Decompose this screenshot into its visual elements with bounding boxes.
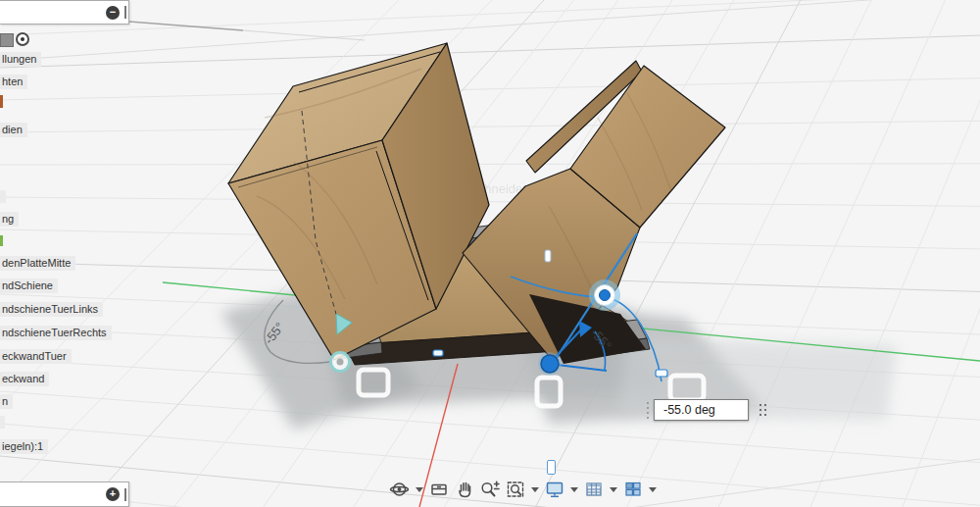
dropdown-caret[interactable] [610, 487, 617, 492]
display-settings-icon[interactable] [543, 479, 566, 500]
look-at-icon[interactable] [427, 479, 451, 500]
dropdown-caret[interactable] [531, 487, 539, 492]
navbar-grip[interactable] [547, 460, 556, 475]
dropdown-caret[interactable] [416, 487, 423, 492]
browser-item-origin[interactable]: ng [0, 212, 19, 227]
orbit-icon[interactable] [388, 479, 412, 500]
fusion-canvas: (ausschneiden) [0, 0, 980, 507]
browser-item-wandschiene[interactable]: ndSchiene [0, 279, 58, 293]
viewports-icon[interactable] [621, 479, 645, 500]
drag-handle-edge[interactable] [545, 250, 551, 262]
zoom-icon[interactable] [478, 479, 502, 500]
browser-panel-top-bar[interactable]: − [0, 0, 129, 25]
swatch-icon[interactable] [0, 33, 14, 47]
angle-value-input[interactable] [654, 399, 749, 421]
dropdown-caret[interactable] [649, 487, 657, 492]
viewport-3d[interactable]: (ausschneiden) [0, 0, 980, 507]
browser-item-schiene-rechts[interactable]: ndschieneTuerRechts [0, 326, 112, 340]
panel-resize-cursor[interactable] [124, 488, 126, 501]
panel-resize-cursor[interactable] [124, 6, 126, 19]
browser-item-deckwand[interactable]: eckwand [0, 372, 49, 386]
browser-item-n[interactable]: n [0, 394, 13, 409]
expand-button[interactable]: + [106, 487, 120, 501]
browser-item-deckwand-tuer[interactable]: eckwandTuer [0, 349, 72, 364]
browser-item-settings[interactable]: llungen [0, 52, 41, 67]
widget-drag-handle[interactable] [647, 402, 649, 419]
browser-item-dien[interactable]: dien [0, 123, 27, 137]
pan-icon[interactable] [453, 479, 476, 500]
browser-panel-bottom-bar[interactable]: + [0, 482, 129, 507]
navigation-toolbar [388, 479, 659, 500]
fit-icon[interactable] [504, 479, 527, 500]
chip-sliver [0, 190, 6, 203]
browser-item-spiegeln[interactable]: iegeln):1 [0, 439, 48, 454]
drag-handle-arc-end[interactable] [656, 370, 667, 377]
browser-item-bodenplatte[interactable]: denPlatteMitte [0, 256, 75, 271]
widget-more-handle[interactable] [760, 404, 766, 416]
drag-handle-floor[interactable] [433, 350, 443, 356]
collapse-button[interactable]: − [106, 6, 120, 20]
dropdown-caret[interactable] [570, 487, 578, 492]
browser-item-schiene-links[interactable]: ndschieneTuerLinks [0, 302, 103, 317]
dimension-widget [647, 399, 766, 421]
grid-and-snaps-icon[interactable] [582, 479, 606, 500]
green-sliver [0, 235, 3, 246]
browser-item-named-views[interactable]: hten [0, 75, 27, 89]
origin-point-icon[interactable] [16, 32, 29, 46]
body-color-sliver [0, 95, 3, 108]
chip-sliver [0, 416, 5, 429]
